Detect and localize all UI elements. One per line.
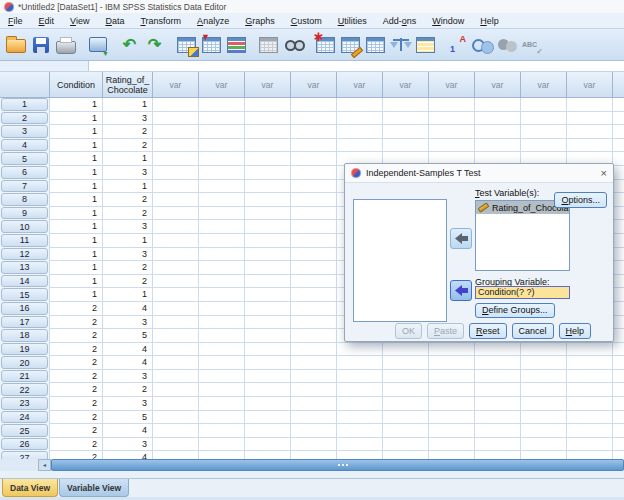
undo-icon[interactable]: ↶ [117,32,142,58]
cell-empty[interactable] [291,220,337,234]
cell-condition[interactable]: 2 [50,397,103,411]
cell-empty[interactable] [567,424,613,438]
insert-cases-icon[interactable]: ∗ [313,32,338,58]
cell-empty[interactable] [567,343,613,357]
cell-empty[interactable] [521,438,567,452]
cell-empty[interactable] [153,139,199,153]
cell-empty[interactable] [245,125,291,139]
cell-empty[interactable] [245,261,291,275]
cell-empty[interactable] [521,112,567,126]
cell-empty[interactable] [153,424,199,438]
menu-view[interactable]: View [62,14,97,28]
row-header[interactable]: 9 [1,207,48,220]
cell-condition[interactable]: 1 [50,112,103,126]
cell-empty[interactable] [613,329,624,343]
row-header[interactable]: 7 [1,180,48,193]
cell-condition[interactable]: 1 [50,139,103,153]
scroll-left-arrow-icon[interactable] [38,459,51,471]
cell-empty[interactable] [613,356,624,370]
options-button[interactable]: Options... [554,192,607,208]
ok-button[interactable]: OK [395,323,422,339]
cell-empty[interactable] [521,383,567,397]
cell-condition[interactable]: 2 [50,383,103,397]
cell-empty[interactable] [337,370,383,384]
row-header[interactable]: 3 [1,125,48,138]
cell-rating[interactable]: 1 [103,152,153,166]
weight-cases-icon[interactable] [388,32,413,58]
cell-empty[interactable] [613,166,624,180]
row-header[interactable]: 6 [1,166,48,179]
cell-empty[interactable] [199,329,245,343]
row-header[interactable]: 1 [1,98,48,111]
cell-empty[interactable] [383,139,429,153]
cell-rating[interactable]: 1 [103,98,153,112]
cell-rating[interactable]: 2 [103,275,153,289]
cell-empty[interactable] [567,112,613,126]
menu-analyze[interactable]: Analyze [189,14,237,28]
cell-empty[interactable] [199,139,245,153]
column-header-var[interactable]: var [383,72,429,98]
row-header[interactable]: 26 [1,438,48,451]
cell-empty[interactable] [245,302,291,316]
column-header-var[interactable]: var [153,72,199,98]
cell-empty[interactable] [613,207,624,221]
menu-add-ons[interactable]: Add-ons [375,14,425,28]
cell-empty[interactable] [337,356,383,370]
cell-empty[interactable] [567,370,613,384]
column-header-rating_of_chocolate[interactable]: Rating_of_Chocolate [103,72,153,98]
cell-empty[interactable] [245,98,291,112]
cell-rating[interactable]: 3 [103,397,153,411]
cell-empty[interactable] [475,451,521,459]
cell-empty[interactable] [291,193,337,207]
cell-empty[interactable] [153,248,199,262]
cell-rating[interactable]: 1 [103,234,153,248]
cell-empty[interactable] [567,356,613,370]
cell-empty[interactable] [429,125,475,139]
cell-empty[interactable] [153,275,199,289]
cell-empty[interactable] [199,193,245,207]
cell-condition[interactable]: 2 [50,343,103,357]
cell-empty[interactable] [521,411,567,425]
cell-empty[interactable] [291,411,337,425]
cell-empty[interactable] [429,397,475,411]
goto-case-icon[interactable]: ▼ [199,32,224,58]
cell-empty[interactable] [199,343,245,357]
cell-empty[interactable] [153,302,199,316]
cancel-button[interactable]: Cancel [512,323,554,339]
cell-empty[interactable] [245,234,291,248]
cell-empty[interactable] [291,275,337,289]
cell-empty[interactable] [153,125,199,139]
cell-empty[interactable] [567,125,613,139]
cell-rating[interactable]: 4 [103,451,153,459]
cell-empty[interactable] [613,112,624,126]
cell-empty[interactable] [429,98,475,112]
cell-empty[interactable] [199,125,245,139]
cell-empty[interactable] [429,370,475,384]
cell-empty[interactable] [613,288,624,302]
cell-empty[interactable] [521,343,567,357]
cell-empty[interactable] [613,234,624,248]
cell-empty[interactable] [383,451,429,459]
cell-empty[interactable] [521,370,567,384]
define-groups-button[interactable]: Define Groups... [475,303,555,318]
cell-condition[interactable]: 1 [50,166,103,180]
row-header[interactable]: 11 [1,234,48,247]
cell-empty[interactable] [475,397,521,411]
cell-rating[interactable]: 3 [103,248,153,262]
insert-variable-icon[interactable] [338,32,363,58]
cell-rating[interactable]: 1 [103,288,153,302]
cell-rating[interactable]: 4 [103,302,153,316]
cell-empty[interactable] [337,112,383,126]
goto-variable-icon[interactable] [224,32,249,58]
cell-empty[interactable] [199,180,245,194]
cell-empty[interactable] [429,451,475,459]
cell-condition[interactable]: 1 [50,220,103,234]
cell-empty[interactable] [291,370,337,384]
cell-condition[interactable]: 2 [50,411,103,425]
row-header[interactable]: 4 [1,139,48,152]
cell-empty[interactable] [291,248,337,262]
cell-empty[interactable] [291,383,337,397]
cell-empty[interactable] [245,397,291,411]
cell-empty[interactable] [245,329,291,343]
cell-condition[interactable]: 1 [50,248,103,262]
